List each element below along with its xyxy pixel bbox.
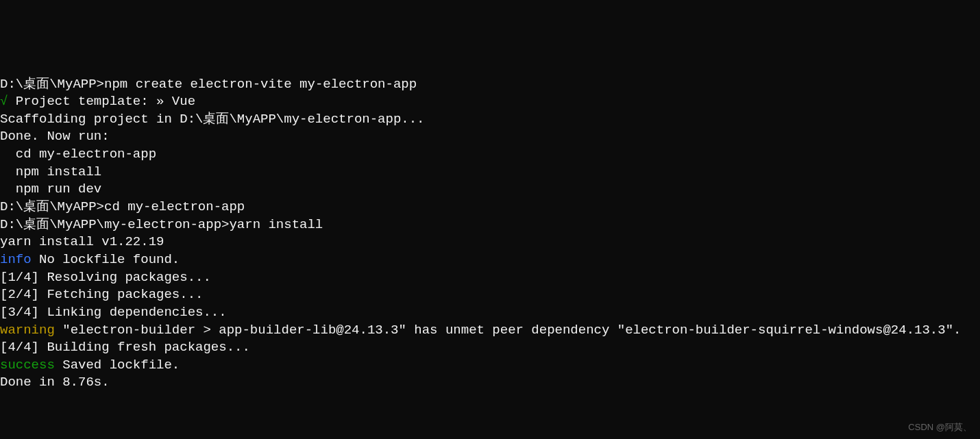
step-linking: [3/4] Linking dependencies... xyxy=(0,304,980,322)
prompt-path: D:\桌面\MyAPP> xyxy=(0,199,104,214)
command-text: cd my-electron-app xyxy=(104,199,245,214)
scaffold-message: Scaffolding project in D:\桌面\MyAPP\my-el… xyxy=(0,111,980,129)
checkmark-icon: √ xyxy=(0,94,8,109)
template-label: Project template: xyxy=(8,94,156,109)
warning-label: warning xyxy=(0,323,55,338)
instruction-cd: cd my-electron-app xyxy=(0,146,980,164)
instruction-install: npm install xyxy=(0,164,980,181)
step-building: [4/4] Building fresh packages... xyxy=(0,339,980,357)
info-label: info xyxy=(0,252,32,267)
info-text: No lockfile found. xyxy=(32,252,180,267)
command-text: yarn install xyxy=(229,217,323,232)
yarn-version: yarn install v1.22.19 xyxy=(0,234,980,251)
command-text: npm create electron-vite my-electron-app xyxy=(104,77,417,92)
prompt-path: D:\桌面\MyAPP\my-electron-app> xyxy=(0,217,229,232)
step-resolving: [1/4] Resolving packages... xyxy=(0,269,980,287)
template-value: Vue xyxy=(164,94,195,109)
warning-text: "electron-builder > app-builder-lib@24.1… xyxy=(55,323,961,338)
done-message: Done. Now run: xyxy=(0,128,980,146)
watermark: CSDN @阿莫、 xyxy=(908,421,972,434)
done-time: Done in 8.76s. xyxy=(0,374,980,392)
success-label: success xyxy=(0,358,55,373)
arrow-icon: » xyxy=(156,94,164,109)
step-fetching: [2/4] Fetching packages... xyxy=(0,286,980,304)
terminal-output[interactable]: D:\桌面\MyAPP>npm create electron-vite my-… xyxy=(0,76,980,392)
prompt-path: D:\桌面\MyAPP> xyxy=(0,77,104,92)
success-text: Saved lockfile. xyxy=(55,358,180,373)
instruction-dev: npm run dev xyxy=(0,181,980,199)
